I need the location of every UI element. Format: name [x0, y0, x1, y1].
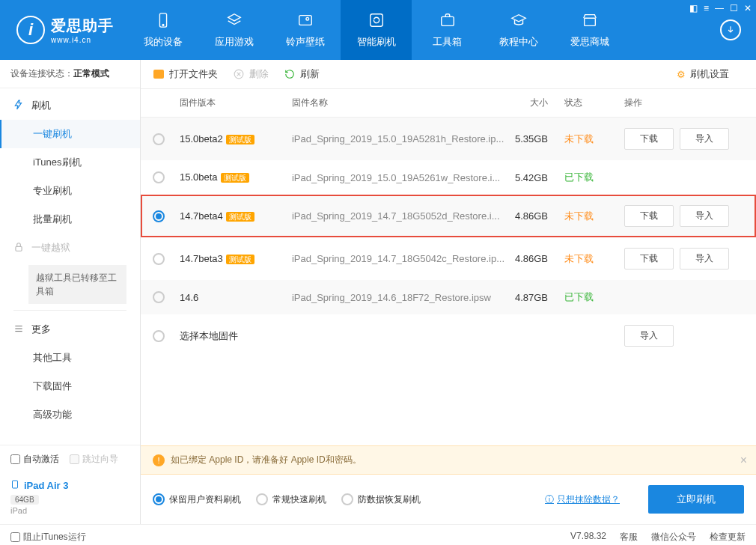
- refresh-icon: [368, 12, 385, 31]
- row-radio[interactable]: [153, 133, 165, 145]
- row-radio[interactable]: [153, 210, 165, 222]
- table-row[interactable]: 15.0beta2测试版iPad_Spring_2019_15.0_19A528…: [141, 118, 756, 160]
- sidebar-item[interactable]: 其他工具: [0, 344, 140, 372]
- info-icon: ⓘ: [545, 493, 554, 506]
- import-button[interactable]: 导入: [680, 128, 729, 150]
- skip-guide-checkbox[interactable]: 跳过向导: [70, 453, 118, 466]
- sidebar-head-more[interactable]: 更多: [0, 315, 140, 344]
- device-status: 设备连接状态：正常模式: [0, 60, 140, 88]
- firmware-status: 未下载: [564, 210, 594, 222]
- svg-rect-11: [13, 481, 18, 488]
- flash-now-button[interactable]: 立即刷机: [648, 485, 744, 514]
- statusbar-item[interactable]: 微信公众号: [651, 531, 696, 544]
- sidebar-head-flash[interactable]: 刷机: [0, 91, 140, 120]
- auto-activate-checkbox[interactable]: 自动激活: [10, 453, 59, 466]
- firmware-version: 15.0beta2: [180, 133, 223, 144]
- nav-label: 工具箱: [433, 35, 462, 49]
- warning-close-button[interactable]: ×: [740, 454, 747, 467]
- nav-briefcase[interactable]: 工具箱: [412, 0, 483, 60]
- win-menu-icon[interactable]: ≡: [704, 3, 709, 13]
- sidebar: 设备连接状态：正常模式 刷机 一键刷机iTunes刷机专业刷机批量刷机 一键越狱…: [0, 60, 141, 524]
- sidebar-item[interactable]: 专业刷机: [0, 177, 140, 205]
- table-row[interactable]: 14.7beta4测试版iPad_Spring_2019_14.7_18G505…: [141, 195, 756, 237]
- win-close-icon[interactable]: ✕: [744, 3, 752, 13]
- flash-option[interactable]: 保留用户资料刷机: [153, 493, 241, 506]
- nav-shop[interactable]: 爱思商城: [554, 0, 625, 60]
- firmware-size: 5.35GB: [504, 133, 557, 144]
- row-radio[interactable]: [153, 291, 165, 303]
- delete-button[interactable]: 删除: [233, 67, 269, 81]
- import-button[interactable]: 导入: [680, 248, 729, 270]
- sidebar-item[interactable]: 批量刷机: [0, 205, 140, 234]
- block-itunes-checkbox[interactable]: 阻止iTunes运行: [10, 531, 86, 544]
- win-new-icon[interactable]: ◧: [689, 3, 698, 13]
- flash-option[interactable]: 防数据恢复刷机: [341, 493, 421, 506]
- win-minimize-icon[interactable]: —: [715, 3, 724, 13]
- lock-icon: [13, 242, 24, 255]
- download-button[interactable]: 下载: [624, 205, 674, 227]
- open-folder-button[interactable]: 打开文件夹: [153, 67, 218, 81]
- sidebar-item[interactable]: 下载固件: [0, 372, 140, 401]
- beta-badge: 测试版: [221, 173, 249, 183]
- sidebar-head-jailbreak[interactable]: 一键越狱: [0, 234, 140, 262]
- phone-icon: [155, 12, 171, 31]
- nav-refresh[interactable]: 智能刷机: [341, 0, 412, 60]
- logo-subtitle: www.i4.cn: [51, 36, 114, 44]
- firmware-version: 15.0beta: [180, 171, 218, 183]
- logo-title: 爱思助手: [51, 16, 114, 36]
- statusbar-item[interactable]: 客服: [620, 531, 638, 544]
- block-itunes-label: 阻止iTunes运行: [23, 531, 86, 544]
- sidebar-item[interactable]: iTunes刷机: [0, 148, 140, 177]
- apps-icon: [226, 12, 243, 31]
- firmware-version: 选择本地固件: [180, 330, 238, 341]
- logo-area: i 爱思助手 www.i4.cn: [0, 0, 127, 60]
- col-version-head: 固件版本: [180, 97, 292, 109]
- status-mode: 正常模式: [73, 68, 109, 79]
- firmware-filename: iPad_Spring_2019_14.7_18G5052d_Restore.i…: [292, 210, 504, 222]
- nav-phone[interactable]: 我的设备: [127, 0, 198, 60]
- delete-label: 删除: [249, 67, 269, 81]
- nav-apps[interactable]: 应用游戏: [198, 0, 269, 60]
- statusbar-item[interactable]: 检查更新: [710, 531, 746, 544]
- status-label: 设备连接状态：: [10, 68, 73, 79]
- row-radio[interactable]: [153, 253, 165, 265]
- import-button[interactable]: 导入: [624, 325, 674, 347]
- sidebar-jailbreak-note: 越狱工具已转移至工具箱: [28, 265, 126, 304]
- table-row[interactable]: 14.7beta3测试版iPad_Spring_2019_14.7_18G504…: [141, 237, 756, 280]
- win-maximize-icon[interactable]: ☐: [730, 3, 738, 13]
- flash-settings-button[interactable]: ⚙刷机设置: [677, 67, 729, 81]
- sidebar-item[interactable]: 一键刷机: [0, 120, 140, 148]
- row-radio[interactable]: [153, 330, 165, 342]
- nav-image[interactable]: 铃声壁纸: [269, 0, 341, 60]
- skip-guide-label: 跳过向导: [82, 453, 118, 466]
- firmware-version: 14.6: [180, 292, 198, 303]
- briefcase-icon: [439, 12, 456, 31]
- device-info[interactable]: iPad Air 3 64GB iPad: [0, 473, 140, 524]
- row-radio[interactable]: [153, 171, 165, 183]
- download-button[interactable]: 下载: [624, 128, 674, 150]
- import-button[interactable]: 导入: [680, 205, 729, 227]
- svg-rect-4: [370, 13, 382, 26]
- erase-data-link[interactable]: ⓘ只想抹除数据？: [545, 493, 620, 506]
- table-row[interactable]: 15.0beta测试版iPad_Spring_2019_15.0_19A5261…: [141, 160, 756, 195]
- nav-grad[interactable]: 教程中心: [483, 0, 554, 60]
- table-row[interactable]: 选择本地固件导入: [141, 314, 756, 357]
- sidebar-item[interactable]: 高级功能: [0, 401, 140, 429]
- firmware-table: 15.0beta2测试版iPad_Spring_2019_15.0_19A528…: [141, 118, 756, 445]
- firmware-size: 4.87GB: [504, 292, 557, 303]
- radio-icon: [256, 493, 268, 505]
- download-indicator-icon[interactable]: [720, 19, 741, 40]
- radio-icon: [341, 493, 353, 505]
- open-folder-label: 打开文件夹: [169, 67, 218, 81]
- warning-text: 如已绑定 Apple ID，请准备好 Apple ID和密码。: [171, 454, 362, 466]
- firmware-version: 14.7beta4: [180, 210, 223, 222]
- flash-option[interactable]: 常规快速刷机: [256, 493, 326, 506]
- firmware-filename: iPad_Spring_2019_15.0_19A5281h_Restore.i…: [292, 133, 504, 144]
- firmware-filename: iPad_Spring_2019_14.7_18G5042c_Restore.i…: [292, 253, 504, 264]
- refresh-button[interactable]: 刷新: [284, 67, 320, 81]
- table-row[interactable]: 14.6iPad_Spring_2019_14.6_18F72_Restore.…: [141, 280, 756, 314]
- download-button[interactable]: 下载: [624, 248, 674, 270]
- svg-point-1: [162, 24, 164, 25]
- col-size-head: 大小: [504, 97, 557, 109]
- flash-options-bar: 保留用户资料刷机常规快速刷机防数据恢复刷机ⓘ只想抹除数据？立即刷机: [141, 475, 756, 524]
